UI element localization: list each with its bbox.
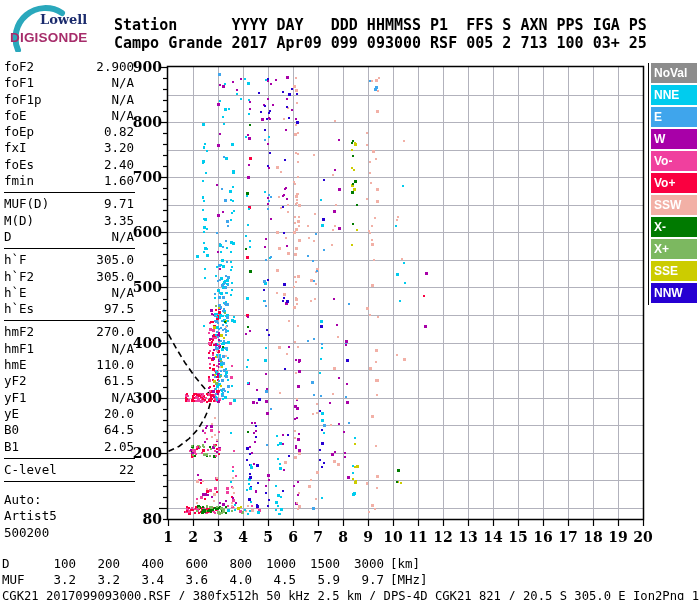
param-value: 20.0	[104, 406, 134, 422]
x-tick-label: 7	[305, 529, 331, 545]
param-row: MUF(D)9.71	[4, 196, 134, 212]
autoscaling-info: Auto:Artist5500200	[4, 492, 134, 541]
logo-text-lowell: Lowell	[40, 12, 87, 27]
param-value: 110.0	[96, 357, 134, 373]
x-tick-label: 6	[280, 529, 306, 545]
param-row: yF261.5	[4, 373, 134, 389]
table-value: 3.4	[120, 572, 164, 588]
doppler-color-legend: NoValNNEEWVo-Vo+SSWX-X+SSENNW	[648, 63, 697, 305]
header-station-values: Campo Grande 2017 Apr09 099 093000 RSF 0…	[114, 34, 647, 52]
param-value: N/A	[111, 75, 134, 91]
panel-divider	[4, 248, 135, 249]
x-tick-label: 14	[480, 529, 506, 545]
y-tick-label: 700	[118, 169, 162, 185]
param-value: 61.5	[104, 373, 134, 389]
param-row: h`F305.0	[4, 252, 134, 268]
legend-item-w: W	[651, 129, 697, 149]
param-label: hmF2	[4, 324, 34, 340]
x-tick-label: 19	[605, 529, 631, 545]
param-label: yF2	[4, 373, 27, 389]
param-value: 22	[119, 462, 134, 478]
legend-item-label: SSW	[651, 198, 681, 212]
legend-item-label: W	[651, 132, 665, 146]
digisonde-ionogram-window: Lowell DIGISONDE Station YYYY DAY DDD HH…	[0, 0, 700, 600]
table-value: 4.5	[252, 572, 296, 588]
table-value: 200	[76, 556, 120, 572]
legend-item-label: X-	[651, 220, 666, 234]
param-label: yE	[4, 406, 19, 422]
table-value: 3.2	[76, 572, 120, 588]
table-value: 9.7	[340, 572, 384, 588]
legend-item-e: E	[651, 107, 697, 127]
param-label: D	[4, 229, 12, 245]
header-column-labels: Station YYYY DAY DDD HHMMSS P1 FFS S AXN…	[114, 16, 647, 34]
param-value: 9.71	[104, 196, 134, 212]
param-row: hmF2270.0	[4, 324, 134, 340]
x-tick-label: 1	[155, 529, 181, 545]
legend-item-label: Vo-	[651, 154, 672, 168]
x-tick-label: 13	[455, 529, 481, 545]
table-value: 400	[120, 556, 164, 572]
panel-divider	[4, 192, 135, 193]
param-row: hmF1N/A	[4, 341, 134, 357]
y-tick-label: 300	[118, 390, 162, 406]
param-label: foEs	[4, 157, 34, 173]
legend-item-vo: Vo+	[651, 173, 697, 193]
autoscaling-line: 500200	[4, 525, 134, 541]
legend-item-sse: SSE	[651, 261, 697, 281]
param-label: hmF1	[4, 341, 34, 357]
param-label: h`F	[4, 252, 27, 268]
x-tick-label: 11	[405, 529, 431, 545]
param-label: C-level	[4, 462, 57, 478]
param-row: fxI3.20	[4, 140, 134, 156]
param-row: M(D)3.35	[4, 213, 134, 229]
table-value: 3.2	[32, 572, 76, 588]
param-row: yF1N/A	[4, 390, 134, 406]
x-tick-label: 20	[630, 529, 656, 545]
x-tick-label: 5	[255, 529, 281, 545]
table-value: 800	[208, 556, 252, 572]
muf-distance-table: D100200400600800100015003000[km]MUF3.23.…	[2, 556, 428, 588]
x-tick-label: 2	[180, 529, 206, 545]
param-label: foEp	[4, 124, 34, 140]
autoscaling-line: Auto:	[4, 492, 134, 508]
y-tick-label: 80	[118, 511, 162, 527]
param-row: h`F2305.0	[4, 269, 134, 285]
param-label: B0	[4, 422, 19, 438]
table-value: 4.0	[208, 572, 252, 588]
y-tick-label: 200	[118, 445, 162, 461]
y-tick-label: 900	[118, 59, 162, 75]
param-label: M(D)	[4, 213, 34, 229]
x-tick-label: 16	[530, 529, 556, 545]
legend-item-label: NNE	[651, 88, 679, 102]
file-info-line: CGK21_2017099093000.RSF / 380fx512h 50 k…	[2, 589, 700, 600]
x-tick-label: 15	[505, 529, 531, 545]
legend-item-label: NoVal	[651, 66, 687, 80]
param-row: B12.05	[4, 439, 134, 455]
param-row: hmE110.0	[4, 357, 134, 373]
legend-item-label: X+	[651, 242, 669, 256]
table-value: 600	[164, 556, 208, 572]
param-label: MUF(D)	[4, 196, 49, 212]
legend-item-label: NNW	[651, 286, 683, 300]
legend-item-nnw: NNW	[651, 283, 697, 303]
param-value: 64.5	[104, 422, 134, 438]
y-tick-label: 800	[118, 114, 162, 130]
legend-item-nne: NNE	[651, 85, 697, 105]
y-tick-label: 500	[118, 279, 162, 295]
param-label: hmE	[4, 357, 27, 373]
y-tick-label: 600	[118, 224, 162, 240]
param-label: h`E	[4, 285, 27, 301]
panel-divider	[4, 458, 135, 459]
param-label: foF1p	[4, 92, 42, 108]
row-unit: [km]	[390, 556, 420, 572]
x-tick-label: 18	[580, 529, 606, 545]
param-row: foF1N/A	[4, 75, 134, 91]
row-unit: [MHz]	[390, 572, 428, 588]
autoscaling-line: Artist5	[4, 508, 134, 524]
legend-item-ssw: SSW	[651, 195, 697, 215]
legend-item-x: X-	[651, 217, 697, 237]
table-value: 3000	[340, 556, 384, 572]
param-label: yF1	[4, 390, 27, 406]
y-tick-label: 400	[118, 335, 162, 351]
